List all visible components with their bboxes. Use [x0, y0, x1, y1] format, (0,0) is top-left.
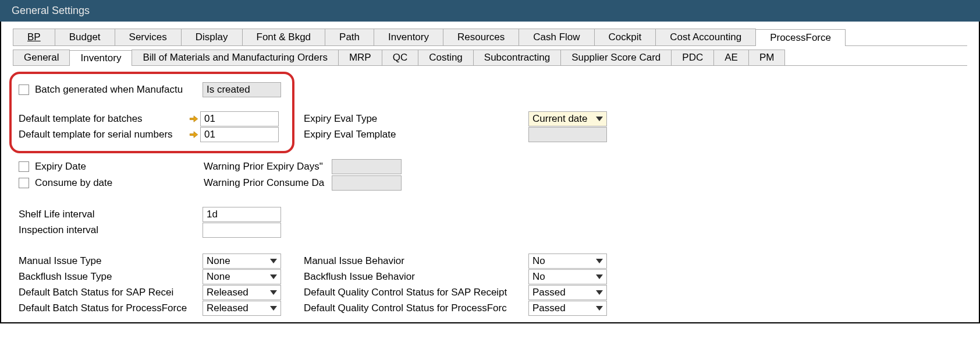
- subtab-general[interactable]: General: [13, 50, 70, 65]
- batch-gen-value[interactable]: Is created: [203, 82, 281, 97]
- backflush-issue-type-label: Backflush Issue Type: [19, 271, 112, 283]
- expiry-eval-template-field[interactable]: [528, 127, 607, 142]
- warning-expiry-label: Warning Prior Expiry Days": [204, 161, 332, 172]
- expiry-eval-type-label: Expiry Eval Type: [304, 113, 377, 125]
- batch-gen-checkbox[interactable]: [19, 85, 29, 95]
- default-batch-status-pf-dropdown[interactable]: Released: [203, 301, 281, 316]
- tab-cost-accounting[interactable]: Cost Accounting: [655, 29, 756, 45]
- subtab-pm[interactable]: PM: [748, 50, 786, 65]
- manual-issue-behavior-dropdown[interactable]: No: [528, 254, 607, 269]
- subtab-subcontracting[interactable]: Subcontracting: [473, 50, 561, 65]
- tab-inventory[interactable]: Inventory: [374, 29, 443, 45]
- subtab-ae[interactable]: AE: [713, 50, 749, 65]
- backflush-issue-behavior-label: Backflush Issue Behavior: [304, 271, 415, 283]
- manual-issue-behavior-label: Manual Issue Behavior: [304, 255, 404, 267]
- content-area: BP Budget Services Display Font & Bkgd P…: [0, 22, 980, 323]
- default-template-batches-field[interactable]: [200, 111, 279, 126]
- expiry-eval-type-dropdown[interactable]: Current date: [528, 111, 607, 126]
- link-arrow-icon[interactable]: [189, 129, 199, 140]
- warning-consume-field[interactable]: [332, 175, 402, 191]
- default-template-serials-label: Default template for serial numbers: [19, 129, 173, 140]
- default-qc-status-pf-label: Default Quality Control Status for Proce…: [304, 302, 507, 314]
- tab-font-bkgd[interactable]: Font & Bkgd: [242, 29, 326, 45]
- warning-consume-label: Warning Prior Consume Da: [204, 177, 332, 189]
- default-batch-status-sap-dropdown[interactable]: Released: [203, 285, 281, 300]
- tab-services[interactable]: Services: [115, 29, 182, 45]
- inspection-interval-label: Inspection interval: [19, 224, 98, 236]
- tab-resources[interactable]: Resources: [443, 29, 519, 45]
- expiry-eval-template-label: Expiry Eval Template: [304, 129, 396, 140]
- tab-cash-flow[interactable]: Cash Flow: [519, 29, 594, 45]
- expiry-date-label: Expiry Date: [35, 161, 86, 172]
- subtab-bom-mo[interactable]: Bill of Materials and Manufacturing Orde…: [132, 50, 338, 65]
- consume-by-date-checkbox[interactable]: [19, 178, 29, 188]
- subtab-mrp[interactable]: MRP: [338, 50, 382, 65]
- manual-issue-type-label: Manual Issue Type: [19, 255, 101, 267]
- form-area: Batch generated when Manufactu Is create…: [13, 72, 967, 316]
- default-qc-status-pf-dropdown[interactable]: Passed: [528, 301, 607, 316]
- tab-cockpit[interactable]: Cockpit: [594, 29, 656, 45]
- link-arrow-icon[interactable]: [189, 114, 199, 124]
- manual-issue-type-dropdown[interactable]: None: [203, 254, 281, 269]
- shelf-life-field[interactable]: [203, 207, 281, 222]
- default-batch-status-sap-label: Default Batch Status for SAP Recei: [19, 287, 173, 298]
- inspection-interval-field[interactable]: [203, 223, 281, 238]
- subtab-qc[interactable]: QC: [382, 50, 419, 65]
- shelf-life-label: Shelf Life interval: [19, 209, 94, 220]
- tab-processforce[interactable]: ProcessForce: [755, 29, 846, 46]
- subtab-inventory[interactable]: Inventory: [69, 50, 132, 66]
- batch-gen-label: Batch generated when Manufactu: [35, 84, 204, 96]
- subtab-costing[interactable]: Costing: [418, 50, 474, 65]
- default-qc-status-sap-label: Default Quality Control Status for SAP R…: [304, 287, 507, 298]
- tab-bp[interactable]: BP: [13, 29, 55, 45]
- tab-budget[interactable]: Budget: [55, 29, 115, 45]
- default-template-batches-label: Default template for batches: [19, 113, 143, 125]
- tab-display[interactable]: Display: [181, 29, 243, 45]
- window-title: General Settings: [0, 0, 980, 22]
- main-tabstrip: BP Budget Services Display Font & Bkgd P…: [13, 29, 967, 46]
- subtab-pdc[interactable]: PDC: [671, 50, 714, 65]
- subtab-supplier-score-card[interactable]: Supplier Score Card: [560, 50, 672, 65]
- tab-path[interactable]: Path: [325, 29, 374, 45]
- sub-tabstrip: General Inventory Bill of Materials and …: [13, 50, 967, 66]
- backflush-issue-behavior-dropdown[interactable]: No: [528, 269, 607, 284]
- default-batch-status-pf-label: Default Batch Status for ProcessForce: [19, 302, 187, 314]
- warning-expiry-field[interactable]: [332, 159, 402, 174]
- default-template-serials-field[interactable]: [200, 127, 279, 142]
- backflush-issue-type-dropdown[interactable]: None: [203, 269, 281, 284]
- expiry-date-checkbox[interactable]: [19, 161, 29, 172]
- consume-by-date-label: Consume by date: [35, 177, 112, 189]
- default-qc-status-sap-dropdown[interactable]: Passed: [528, 285, 607, 300]
